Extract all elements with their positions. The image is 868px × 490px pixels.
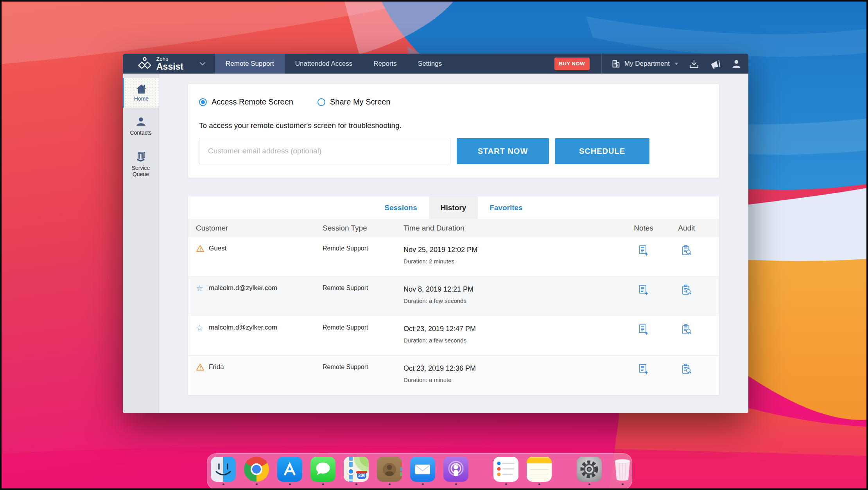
macos-dock: 280 (207, 453, 632, 490)
table-body: Guest Remote Support Nov 25, 2019 12:02 … (188, 237, 719, 395)
main-content: Access Remote Screen Share My Screen To … (159, 74, 748, 413)
buy-now-button[interactable]: BUY NOW (554, 58, 590, 70)
download-button[interactable] (689, 59, 699, 69)
share-my-screen-radio[interactable] (317, 98, 325, 106)
access-remote-screen-label[interactable]: Access Remote Screen (212, 97, 293, 106)
running-indicator (289, 483, 291, 485)
add-note-button[interactable] (622, 363, 665, 395)
maps-route-badge: 280 (358, 473, 365, 477)
audit-button[interactable] (665, 244, 708, 276)
navbar-divider (601, 54, 602, 74)
tab-favorites[interactable]: Favorites (478, 196, 534, 219)
note-add-icon (639, 245, 648, 256)
share-my-screen-label[interactable]: Share My Screen (330, 97, 391, 106)
nav-tab-unattended-access[interactable]: Unattended Access (285, 54, 363, 74)
sidebar-item-label: Contacts (129, 130, 153, 136)
customer-name: Guest (209, 244, 323, 276)
dock-trash[interactable] (610, 457, 635, 485)
favorite-star-icon[interactable]: ☆ (196, 284, 209, 316)
sidebar: Home Contacts (123, 74, 159, 413)
app-logo[interactable]: Zoho Assist (123, 54, 215, 74)
nav-tab-reports[interactable]: Reports (363, 54, 407, 74)
session-time: Nov 25, 2019 12:02 PM (404, 244, 622, 254)
audit-button[interactable] (665, 363, 708, 395)
sessions-history-panel: Sessions History Favorites Customer Sess… (188, 196, 719, 395)
table-row[interactable]: Guest Remote Support Nov 25, 2019 12:02 … (188, 237, 719, 276)
running-indicator (455, 483, 457, 485)
department-label: My Department (624, 60, 670, 68)
nav-tab-settings[interactable]: Settings (407, 54, 452, 74)
navbar-right: BUY NOW (554, 54, 748, 74)
schedule-button[interactable]: SCHEDULE (555, 138, 649, 164)
mail-icon (410, 457, 435, 482)
running-indicator (389, 483, 391, 485)
add-note-button[interactable] (622, 323, 665, 355)
messages-icon (310, 457, 335, 482)
sidebar-item-home[interactable]: Home (123, 78, 159, 108)
home-icon (136, 84, 147, 94)
nav-tab-remote-support[interactable]: Remote Support (215, 54, 285, 74)
app-store-icon (277, 457, 302, 482)
dock-reminders[interactable] (493, 457, 518, 485)
table-row[interactable]: Frida Remote Support Oct 23, 2019 12:36 … (188, 355, 719, 395)
session-duration: Duration: a few seconds (404, 297, 622, 304)
user-icon (732, 59, 741, 68)
dock-maps[interactable]: 280 (344, 457, 369, 485)
dock-mail[interactable] (410, 457, 435, 485)
note-add-icon (639, 364, 648, 374)
session-time: Oct 23, 2019 12:36 PM (404, 363, 622, 373)
zoho-assist-logo-icon (138, 57, 152, 71)
running-indicator (588, 483, 590, 485)
session-type: Remote Support (323, 323, 404, 355)
chevron-down-icon[interactable] (199, 62, 206, 66)
brand-zoho: Zoho (156, 56, 183, 61)
table-row[interactable]: ☆ malcolm.d@zylker.com Remote Support No… (188, 276, 719, 316)
customer-email-input[interactable] (199, 138, 450, 164)
column-customer: Customer (196, 224, 323, 232)
add-note-button[interactable] (622, 244, 665, 276)
running-indicator (355, 483, 357, 485)
tab-history[interactable]: History (429, 196, 478, 219)
audit-clipboard-icon (681, 364, 692, 374)
audit-button[interactable] (665, 323, 708, 355)
history-tabs: Sessions History Favorites (188, 196, 719, 219)
session-type: Remote Support (323, 363, 404, 395)
customer-name: malcolm.d@zylker.com (209, 323, 323, 355)
column-time-duration: Time and Duration (404, 224, 622, 232)
announcements-button[interactable] (710, 59, 721, 69)
dock-podcasts[interactable] (443, 457, 468, 485)
contacts-person-icon (136, 116, 146, 127)
dock-notes[interactable] (527, 457, 552, 485)
notes-icon (527, 457, 552, 482)
table-row[interactable]: ☆ malcolm.d@zylker.com Remote Support Oc… (188, 316, 719, 355)
system-preferences-icon (577, 457, 602, 482)
nav-tabs: Remote Support Unattended Access Reports… (215, 54, 452, 74)
start-now-button[interactable]: START NOW (457, 138, 549, 164)
customer-name: malcolm.d@zylker.com (209, 284, 323, 316)
service-queue-icon (135, 151, 147, 162)
sidebar-item-label: Home (129, 95, 154, 102)
add-note-button[interactable] (622, 284, 665, 316)
dock-system-preferences[interactable] (577, 457, 602, 485)
app-navbar: Zoho Assist Remote Support Unattended Ac… (123, 54, 748, 74)
dock-chrome[interactable] (244, 457, 269, 485)
dock-app-store[interactable] (277, 457, 302, 485)
brand-assist: Assist (156, 62, 183, 71)
sidebar-item-service-queue[interactable]: Service Queue (123, 151, 159, 177)
access-remote-screen-radio[interactable] (199, 98, 207, 106)
sidebar-item-label: Service Queue (129, 165, 153, 177)
audit-clipboard-icon (681, 285, 692, 295)
department-selector[interactable]: My Department (611, 59, 678, 68)
favorite-star-icon[interactable]: ☆ (196, 323, 209, 355)
running-indicator (322, 483, 324, 485)
running-indicator (222, 483, 224, 485)
dock-messages[interactable] (310, 457, 335, 485)
audit-button[interactable] (665, 284, 708, 316)
dock-contacts[interactable] (377, 457, 402, 485)
dock-finder[interactable] (211, 457, 236, 485)
session-time: Nov 8, 2019 12:21 PM (404, 284, 622, 294)
profile-button[interactable] (732, 59, 741, 68)
sidebar-item-contacts[interactable]: Contacts (123, 116, 159, 136)
tab-sessions[interactable]: Sessions (373, 196, 429, 219)
download-icon (689, 59, 699, 69)
